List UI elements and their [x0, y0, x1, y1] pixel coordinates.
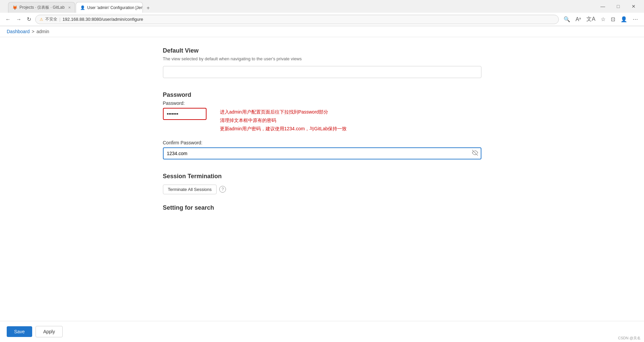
password-group: Password: 进入admin用户配置页面后往下拉找到Password部分 … [163, 100, 481, 133]
annotation-line3: 更新admin用户密码，建议使用1234.com，与GitLab保持一致 [220, 125, 347, 133]
session-termination-title: Session Termination [163, 173, 481, 180]
default-view-description: The view selected by default when naviga… [163, 56, 481, 61]
default-view-input[interactable] [163, 66, 481, 78]
tab-admin-config[interactable]: 👤 User 'admin' Configuration [Jenk... ✕ [76, 2, 143, 13]
tab-gitlab[interactable]: 🦊 Projects · 仪表板 · GitLab ✕ [8, 2, 75, 13]
watermark: CSDN @关名 [618, 336, 641, 341]
reader-mode-icon[interactable]: Aᵃ [574, 15, 583, 24]
setting-for-search-title: Setting for search [163, 204, 481, 211]
toggle-visibility-icon[interactable] [472, 150, 478, 157]
annotation-line1: 进入admin用户配置页面后往下拉找到Password部分 [220, 108, 347, 116]
default-view-title: Default View [163, 47, 481, 54]
refresh-button[interactable]: ↻ [25, 15, 33, 24]
minimize-button[interactable]: — [595, 1, 610, 12]
profile-icon[interactable]: 👤 [619, 15, 629, 24]
setting-for-search-section: Setting for search [163, 204, 481, 211]
breadcrumb-separator: > [32, 29, 35, 34]
favorites-icon[interactable]: ☆ [599, 15, 607, 24]
password-annotation: 进入admin用户配置页面后往下拉找到Password部分 清理掉文本框中原有的… [220, 108, 347, 133]
session-termination-section: Session Termination Terminate All Sessio… [163, 173, 481, 194]
save-button[interactable]: Save [7, 326, 32, 337]
address-text: 192.168.88.30:8080/user/admin/configure [62, 17, 554, 22]
confirm-password-group: Confirm Password: [163, 140, 481, 159]
tab-label-gitlab: Projects · 仪表板 · GitLab [19, 5, 65, 10]
maximize-button[interactable]: □ [610, 1, 626, 12]
breadcrumb-home[interactable]: Dashboard [7, 29, 30, 34]
password-input-box [163, 108, 207, 120]
breadcrumb-current: admin [37, 29, 49, 34]
apply-button[interactable]: Apply [36, 326, 63, 337]
password-section: Password Password: 进入admin用户配置页面后往下拉找到Pa… [163, 91, 481, 159]
annotation-line2: 清理掉文本框中原有的密码 [220, 116, 347, 125]
bottom-action-bar: Save Apply [0, 321, 644, 341]
tab-label-admin: User 'admin' Configuration [Jenk... [87, 5, 143, 10]
tab-favicon-gitlab: 🦊 [12, 5, 17, 10]
default-view-section: Default View The view selected by defaul… [163, 47, 481, 78]
add-tab-button[interactable]: + [143, 3, 153, 13]
tab-close-gitlab[interactable]: ✕ [68, 5, 71, 10]
translate-icon[interactable]: 文A [584, 14, 597, 24]
address-bar[interactable]: ⚠ 不安全 | 192.168.88.30:8080/user/admin/co… [35, 15, 559, 24]
tab-favicon-admin: 👤 [80, 5, 85, 10]
settings-more-icon[interactable]: ⋯ [631, 15, 640, 24]
collections-icon[interactable]: ⊡ [609, 15, 617, 24]
security-label: 不安全 [45, 16, 57, 22]
confirm-password-input[interactable] [163, 147, 481, 159]
session-help-icon[interactable]: ? [219, 186, 226, 193]
back-button[interactable]: ← [4, 15, 12, 24]
password-input[interactable] [163, 108, 207, 120]
confirm-password-label: Confirm Password: [163, 140, 481, 145]
breadcrumb: Dashboard > admin [0, 26, 644, 37]
forward-button[interactable]: → [15, 15, 23, 24]
confirm-password-wrapper [163, 147, 481, 159]
terminate-all-sessions-button[interactable]: Terminate All Sessions [163, 185, 217, 194]
password-label: Password: [163, 100, 481, 106]
password-section-title: Password [163, 91, 481, 98]
security-icon: ⚠ [40, 17, 43, 22]
search-icon[interactable]: 🔍 [562, 15, 572, 24]
close-button[interactable]: ✕ [626, 1, 641, 12]
